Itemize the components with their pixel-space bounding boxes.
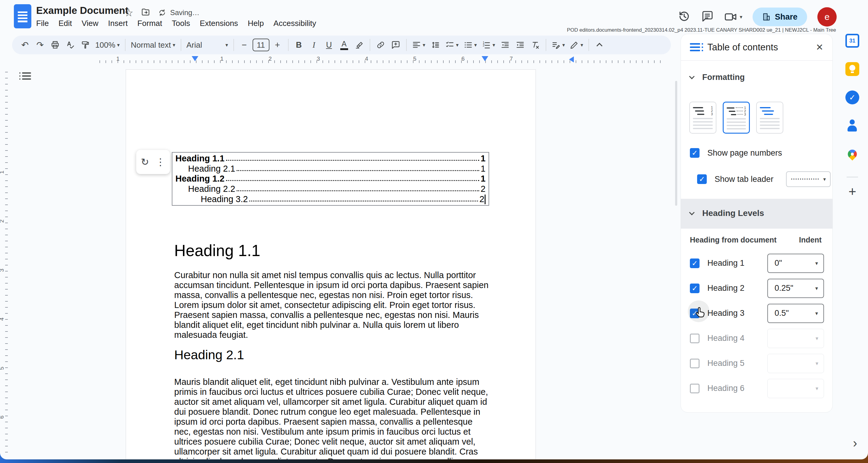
heading-levels-section-toggle[interactable]: Heading Levels — [690, 208, 764, 218]
panel-scrollbar[interactable] — [675, 81, 677, 206]
menu-format[interactable]: Format — [133, 16, 167, 30]
menu-accessibility[interactable]: Accessibility — [269, 16, 321, 30]
toc-entry-label[interactable]: Heading 3.2 — [201, 194, 248, 204]
italic-button[interactable]: I — [307, 38, 321, 52]
menu-extensions[interactable]: Extensions — [195, 16, 243, 30]
decrease-font-size-button[interactable]: − — [238, 38, 251, 52]
toc-entry[interactable]: Heading 1.1 1 — [176, 153, 486, 164]
heading-4-indent-select[interactable]: ▾ — [767, 329, 824, 348]
print-button[interactable] — [48, 38, 62, 52]
document-paragraph[interactable]: Mauris blandit aliquet elit, eget tincid… — [174, 377, 490, 459]
menu-file[interactable]: File — [31, 16, 54, 30]
toc-entry[interactable]: Heading 2.2 2 — [176, 184, 486, 194]
hide-menus-button[interactable] — [592, 38, 607, 52]
numbered-list-select[interactable]: 12▾ — [480, 38, 497, 52]
more-formatting-select[interactable]: ▾ — [550, 38, 567, 52]
show-document-outline-button[interactable] — [19, 68, 34, 84]
decrease-indent-button[interactable] — [498, 38, 512, 52]
share-button[interactable]: Share — [752, 7, 807, 26]
table-of-contents-element[interactable]: Heading 1.1 1 Heading 2.1 1 Heading 1.2 … — [172, 152, 489, 206]
document-heading-2-1[interactable]: Heading 2.1 — [174, 347, 244, 362]
account-avatar[interactable]: e — [817, 7, 837, 27]
heading-6-checkbox[interactable] — [690, 384, 700, 393]
insert-link-button[interactable] — [374, 38, 388, 52]
undo-button[interactable]: ↶ — [18, 38, 32, 52]
document-heading-1-1[interactable]: Heading 1.1 — [174, 241, 260, 260]
align-select[interactable]: ▾ — [410, 38, 427, 52]
font-family-select[interactable]: Arial ▾ — [185, 38, 230, 52]
left-indent-marker[interactable] — [192, 56, 198, 61]
google-maps-icon[interactable] — [845, 147, 859, 161]
google-contacts-icon[interactable] — [845, 119, 859, 133]
formatting-section-toggle[interactable]: Formatting — [690, 73, 745, 82]
heading-1-checkbox[interactable]: ✓ — [690, 259, 700, 268]
show-page-numbers-row: ✓ Show page numbers — [690, 148, 782, 158]
menu-edit[interactable]: Edit — [54, 16, 77, 30]
toc-entry[interactable]: Heading 1.2 1 — [176, 174, 486, 184]
caret-down-icon: ▾ — [423, 42, 426, 48]
line-spacing-button[interactable] — [428, 38, 442, 52]
document-paragraph[interactable]: Curabitur non nulla sit amet nisl tempus… — [174, 270, 490, 340]
menu-view[interactable]: View — [77, 16, 103, 30]
version-history-icon[interactable] — [678, 10, 691, 24]
heading-5-indent-select[interactable]: ▾ — [767, 354, 824, 373]
paint-format-button[interactable] — [79, 38, 92, 52]
checklist-select[interactable]: ▾ — [443, 38, 461, 52]
more-options-icon[interactable]: ⋮ — [156, 156, 165, 168]
increase-font-size-button[interactable]: + — [271, 38, 284, 52]
google-tasks-icon[interactable]: ✓ — [845, 90, 859, 104]
heading-1-indent-select[interactable]: 0"▾ — [767, 254, 824, 273]
show-page-numbers-checkbox[interactable]: ✓ — [690, 148, 700, 158]
menu-tools[interactable]: Tools — [167, 16, 195, 30]
heading-6-indent-select[interactable]: ▾ — [767, 379, 824, 398]
margin-marker[interactable] — [569, 56, 574, 62]
underline-button[interactable]: U — [322, 38, 336, 52]
spelling-check-button[interactable] — [63, 38, 77, 52]
heading-level-row: Heading 6 ▾ — [681, 376, 832, 401]
redo-button[interactable]: ↷ — [33, 38, 47, 52]
heading-3-indent-select[interactable]: 0.5"▾ — [767, 304, 824, 323]
toc-entry-label[interactable]: Heading 2.2 — [188, 184, 235, 194]
toc-entry-label[interactable]: Heading 1.2 — [176, 174, 224, 184]
zoom-select[interactable]: 100% ▾ — [93, 38, 121, 52]
bulleted-list-select[interactable]: ▾ — [462, 38, 479, 52]
show-tab-leader-checkbox[interactable]: ✓ — [697, 174, 707, 184]
google-docs-logo-icon[interactable] — [14, 4, 31, 28]
clear-formatting-button[interactable] — [528, 38, 542, 52]
toc-format-dotted-option[interactable]: 1 2 3 — [723, 102, 750, 134]
get-add-ons-button[interactable]: + — [848, 184, 856, 199]
document-title[interactable]: Example Document — [36, 5, 128, 16]
font-size-input[interactable]: 11 — [253, 38, 270, 51]
heading-2-checkbox[interactable]: ✓ — [690, 284, 700, 293]
paragraph-style-select[interactable]: Normal text ▾ — [129, 38, 177, 52]
join-call-button[interactable]: ▾ — [724, 10, 742, 24]
toc-format-links-option[interactable] — [756, 102, 783, 134]
highlight-color-button[interactable] — [352, 38, 366, 52]
menu-insert[interactable]: Insert — [103, 16, 133, 30]
editing-mode-select[interactable]: ▾ — [568, 38, 585, 52]
bold-button[interactable]: B — [292, 38, 306, 52]
toc-format-plain-option[interactable]: 1 2 3 — [689, 102, 716, 134]
add-comment-button[interactable] — [389, 38, 403, 52]
toc-entry-label[interactable]: Heading 1.1 — [176, 153, 224, 164]
text-color-button[interactable]: A — [337, 38, 351, 52]
google-keep-icon[interactable] — [845, 62, 859, 76]
tab-leader-select[interactable]: ············· ▾ — [786, 171, 831, 187]
heading-5-checkbox[interactable] — [690, 359, 700, 368]
google-calendar-icon[interactable]: 31 — [845, 34, 859, 48]
close-icon[interactable]: ✕ — [816, 42, 824, 53]
comments-icon[interactable] — [701, 10, 714, 24]
toc-entry[interactable]: Heading 2.1 1 — [176, 164, 486, 174]
increase-indent-button[interactable] — [513, 38, 527, 52]
heading-2-indent-select[interactable]: 0.25"▾ — [767, 279, 824, 298]
heading-4-checkbox[interactable] — [690, 334, 700, 343]
toc-entry[interactable]: Heading 3.2 2 — [176, 194, 486, 204]
menu-help[interactable]: Help — [243, 16, 269, 30]
save-status[interactable]: Saving… — [158, 8, 199, 17]
toc-page-number: 1 — [481, 153, 486, 164]
refresh-toc-icon[interactable]: ↻ — [141, 156, 149, 168]
right-indent-marker[interactable] — [482, 56, 488, 61]
hide-side-panel-button[interactable]: › — [853, 436, 857, 450]
toc-entry-label[interactable]: Heading 2.1 — [188, 164, 235, 174]
heading-level-row: ✓ Heading 2 0.25"▾ — [681, 276, 832, 301]
